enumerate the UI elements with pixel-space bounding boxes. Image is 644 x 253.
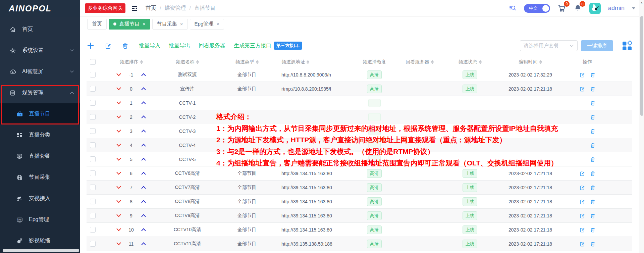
sidebar-item-video-carousel[interactable]: 影视轮播 [0, 230, 80, 251]
delete-button[interactable] [590, 114, 596, 120]
edit-button[interactable] [579, 199, 585, 205]
delete-button[interactable] [590, 128, 596, 134]
sort-down-icon[interactable] [116, 214, 121, 217]
user-name[interactable]: admin [608, 5, 625, 12]
delete-button[interactable] [590, 72, 596, 78]
sort-up-icon[interactable] [141, 87, 146, 91]
tab-节目采集[interactable]: 节目采集 × [152, 19, 188, 30]
sidebar-item-program-collection[interactable]: 节目采集 [0, 167, 80, 188]
sort-up-icon[interactable] [141, 171, 146, 175]
sidebar-item-live-packages[interactable]: 直播套餐 [0, 146, 80, 167]
column-header[interactable]: 频道名称 [176, 59, 199, 65]
edit-button[interactable] [579, 72, 585, 78]
sort-down-icon[interactable] [116, 242, 121, 246]
delete-button[interactable] [590, 156, 596, 162]
one-key-sort-button[interactable]: 一键排序 [581, 40, 613, 51]
edit-button[interactable] [579, 241, 585, 247]
column-header[interactable]: 频道排序 [120, 59, 143, 65]
delete-button[interactable] [590, 100, 596, 106]
search-icon[interactable] [508, 4, 517, 12]
sort-caret-icon[interactable] [539, 59, 542, 65]
row-checkbox[interactable] [90, 86, 96, 92]
tab-直播节目[interactable]: 直播节目 × [109, 19, 150, 30]
tab-close-icon[interactable]: × [143, 21, 146, 27]
toolbar-link[interactable]: 回看服务器 [199, 42, 225, 49]
delete-button[interactable] [590, 199, 596, 205]
tab-close-icon[interactable]: × [216, 21, 219, 27]
delete-button[interactable] [590, 185, 596, 191]
delete-button[interactable] [590, 142, 596, 148]
sort-down-icon[interactable] [116, 129, 121, 133]
sort-down-icon[interactable] [116, 143, 121, 147]
sort-up-icon[interactable] [141, 200, 146, 203]
collapse-sidebar-icon[interactable] [131, 5, 138, 12]
row-checkbox[interactable] [90, 114, 96, 120]
sort-up-icon[interactable] [141, 228, 146, 232]
toolbar-link[interactable]: 批量导入 [139, 42, 160, 49]
sort-down-icon[interactable] [116, 73, 121, 77]
sidebar-item-epg-management[interactable]: EPG Epg管理 [0, 209, 80, 230]
sort-down-icon[interactable] [116, 157, 121, 161]
column-header[interactable]: 频道状态 [459, 59, 482, 65]
edit-button[interactable] [579, 213, 585, 219]
sort-down-icon[interactable] [116, 200, 121, 203]
avatar[interactable] [589, 3, 601, 14]
sort-caret-icon[interactable] [256, 59, 259, 65]
sidebar-item-live-categories[interactable]: 直播分类 [0, 124, 80, 146]
sort-up-icon[interactable] [141, 73, 146, 77]
add-button[interactable] [87, 42, 95, 50]
sort-caret-icon[interactable] [140, 59, 143, 65]
language-toggle[interactable]: 中文 [524, 4, 550, 13]
sidebar-item-home[interactable]: 首页 [0, 19, 80, 40]
column-header[interactable]: 频道类型 [235, 59, 259, 65]
layout-grid-icon[interactable] [622, 41, 632, 51]
breadcrumb-live[interactable]: 直播节目 [194, 5, 216, 12]
row-checkbox[interactable] [90, 227, 96, 233]
row-checkbox[interactable] [90, 72, 96, 78]
sort-caret-icon[interactable] [431, 59, 434, 65]
notifications-button[interactable]: 0 [574, 4, 582, 12]
sort-down-icon[interactable] [116, 171, 121, 175]
delete-button[interactable] [590, 241, 596, 247]
sidebar-item-media-management[interactable]: 媒资管理 [0, 82, 80, 103]
third-party-api-badge[interactable]: 第三方接口: [274, 42, 302, 50]
column-header[interactable]: 回看服务器 [406, 59, 434, 65]
sort-caret-icon[interactable] [479, 59, 482, 65]
sort-caret-icon[interactable] [307, 59, 309, 65]
column-header[interactable]: 编辑时间 [519, 59, 542, 65]
sort-down-icon[interactable] [116, 228, 121, 232]
sort-down-icon[interactable] [116, 87, 121, 91]
edit-button[interactable] [579, 185, 585, 191]
user-package-select[interactable]: 请选择用户套餐 [520, 40, 578, 51]
breadcrumb-home[interactable]: 首页 [146, 5, 156, 12]
row-checkbox[interactable] [90, 142, 96, 148]
row-checkbox[interactable] [90, 128, 96, 134]
sidebar-item-security-access[interactable]: 安视接入 [0, 188, 80, 209]
sort-up-icon[interactable] [141, 157, 146, 161]
sort-up-icon[interactable] [141, 186, 146, 189]
row-checkbox[interactable] [90, 185, 96, 190]
vertical-scrollbar[interactable]: ∧ [639, 0, 644, 253]
vertical-scrollbar-thumb[interactable] [640, 16, 643, 116]
sidebar-item-live-programs[interactable]: TV 直播节目 [0, 103, 80, 124]
user-menu-caret-icon[interactable] [632, 7, 635, 11]
edit-button[interactable] [579, 227, 585, 233]
horizontal-scrollbar-thumb[interactable] [3, 249, 79, 252]
delete-button[interactable] [590, 227, 596, 233]
select-all-checkbox[interactable] [90, 59, 96, 65]
sort-up-icon[interactable] [141, 115, 146, 119]
toolbar-link[interactable]: 生成第三方接口 [234, 42, 271, 49]
edit-button[interactable] [579, 170, 585, 176]
row-checkbox[interactable] [90, 100, 96, 106]
sidebar-item-system-settings[interactable]: 系统设置 [0, 40, 80, 61]
sidebar-item-ai-smart-screen[interactable]: AI智慧屏 [0, 61, 80, 82]
tab-close-icon[interactable]: × [180, 21, 183, 27]
delete-button[interactable] [590, 213, 596, 219]
tab-Epg管理[interactable]: Epg管理 × [190, 19, 224, 30]
toolbar-link[interactable]: 批量导出 [169, 42, 190, 49]
column-header[interactable]: 频道源地址 [281, 59, 309, 65]
delete-button[interactable] [122, 42, 129, 49]
row-checkbox[interactable] [90, 170, 96, 176]
scroll-up-arrow-icon[interactable]: ∧ [639, 0, 644, 5]
sort-caret-icon[interactable] [196, 59, 199, 65]
